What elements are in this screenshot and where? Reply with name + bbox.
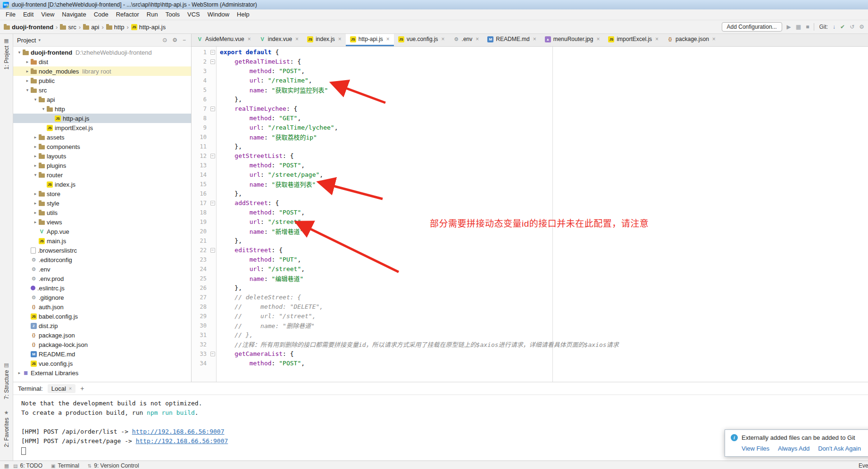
tree-item-auth.json[interactable]: {}auth.json: [13, 302, 191, 312]
breadcrumb-item-http[interactable]: http: [106, 24, 125, 31]
tree-item-components[interactable]: ▸components: [13, 142, 191, 151]
fold-icon[interactable]: [209, 59, 216, 64]
tree-item-utils[interactable]: ▸utils: [13, 208, 191, 217]
tree-item-.gitignore[interactable]: ⚙.gitignore: [13, 293, 191, 302]
statusbar-terminal-button[interactable]: ▣Terminal: [51, 462, 79, 469]
tree-item-README.md[interactable]: MREADME.md: [13, 349, 191, 359]
tree-item-main.js[interactable]: JSmain.js: [13, 236, 191, 246]
tool-window-structure-button[interactable]: ▤ 7: Structure: [3, 362, 10, 399]
event-log-button[interactable]: Event Log: [859, 462, 868, 469]
menu-item-run[interactable]: Run: [143, 9, 162, 20]
tree-item-index.js[interactable]: JSindex.js: [13, 180, 191, 189]
tab-close-icon[interactable]: ×: [533, 36, 536, 42]
menu-item-tools[interactable]: Tools: [162, 9, 184, 20]
menu-item-view[interactable]: View: [37, 9, 58, 20]
breadcrumb-item-duoji-frontend[interactable]: duoji-frontend: [4, 24, 53, 31]
tree-item-.browserslistrc[interactable]: .browserslistrc: [13, 246, 191, 255]
tab-package.json[interactable]: {}package.json×: [663, 34, 720, 46]
tree-toggle-icon[interactable]: ▸: [24, 59, 31, 64]
tree-item-.editorconfig[interactable]: ⚙.editorconfig: [13, 255, 191, 264]
tree-item-style[interactable]: ▸style: [13, 198, 191, 208]
tree-item-views[interactable]: ▸views: [13, 217, 191, 227]
tree-item-package-lock.json[interactable]: {}package-lock.json: [13, 340, 191, 349]
tab-close-icon[interactable]: ×: [712, 36, 716, 42]
tree-toggle-icon[interactable]: ▸: [16, 370, 23, 375]
stop-icon[interactable]: ■: [806, 24, 809, 30]
tab-index.js[interactable]: JSindex.js×: [303, 34, 346, 46]
tab-close-icon[interactable]: ×: [442, 36, 445, 42]
tree-toggle-icon[interactable]: ▾: [32, 97, 39, 102]
tree-item-babel.config.js[interactable]: JSbabel.config.js: [13, 312, 191, 321]
git-update-icon[interactable]: ↓: [833, 24, 835, 30]
tab-README.md[interactable]: MREADME.md×: [483, 34, 540, 46]
fold-icon[interactable]: [209, 153, 216, 158]
terminal-tab-close-icon[interactable]: ×: [69, 386, 72, 391]
tree-item-.eslintrc.js[interactable]: .eslintrc.js: [13, 283, 191, 293]
tab-AsideMenu.vue[interactable]: VAsideMenu.vue×: [192, 34, 255, 46]
new-terminal-session-button[interactable]: +: [80, 385, 84, 392]
tree-item-api[interactable]: ▾api: [13, 95, 191, 104]
tool-window-project-button[interactable]: ▦ 1: Project: [3, 38, 10, 70]
fold-icon[interactable]: [209, 247, 216, 253]
settings-icon[interactable]: ⚙: [859, 24, 864, 30]
hide-panel-icon[interactable]: −: [181, 37, 187, 43]
breadcrumb-item-http-api.js[interactable]: JShttp-api.js: [131, 24, 166, 31]
notification-action-don-t-ask-again[interactable]: Don't Ask Again: [818, 445, 861, 452]
tab-close-icon[interactable]: ×: [338, 36, 342, 42]
git-commit-icon[interactable]: ✔: [840, 24, 845, 30]
tree-toggle-icon[interactable]: ▸: [32, 191, 39, 196]
run-icon[interactable]: ▶: [787, 24, 791, 30]
tab-index.vue[interactable]: Vindex.vue×: [255, 34, 303, 46]
statusbar-todo-button[interactable]: ▤6: TODO: [13, 462, 42, 469]
chevron-down-icon[interactable]: ▾: [38, 38, 41, 42]
terminal-link[interactable]: http://192.168.66.56:9007: [136, 437, 228, 444]
project-panel-title[interactable]: Project: [17, 37, 36, 44]
locate-file-icon[interactable]: ⊙: [161, 37, 168, 43]
fold-icon[interactable]: [209, 200, 216, 206]
menu-item-file[interactable]: File: [2, 9, 19, 20]
tree-toggle-icon[interactable]: ▸: [32, 201, 39, 206]
tree-item-App.vue[interactable]: VApp.vue: [13, 227, 191, 236]
tree-item-.env[interactable]: ⚙.env: [13, 264, 191, 274]
tool-window-switcher-icon[interactable]: ▦: [0, 463, 13, 469]
notification-action-always-add[interactable]: Always Add: [778, 445, 810, 452]
terminal-link[interactable]: http://192.168.66.56:9007: [132, 428, 225, 435]
tree-item-dist[interactable]: ▸dist: [13, 57, 191, 66]
tab-close-icon[interactable]: ×: [295, 36, 299, 42]
tab-vue.config.js[interactable]: JSvue.config.js×: [394, 34, 449, 46]
menu-item-code[interactable]: Code: [90, 9, 112, 20]
breadcrumb-item-src[interactable]: src: [60, 24, 76, 31]
breadcrumb-item-api[interactable]: api: [83, 24, 99, 31]
tree-item-http[interactable]: ▾http: [13, 104, 191, 114]
tree-toggle-icon[interactable]: ▾: [16, 50, 23, 55]
terminal-tab-local[interactable]: Local ×: [48, 384, 76, 393]
menu-item-refactor[interactable]: Refactor: [112, 9, 143, 20]
tree-toggle-icon[interactable]: ▸: [32, 210, 39, 215]
tree-toggle-icon[interactable]: ▸: [32, 154, 39, 158]
menu-item-window[interactable]: Window: [204, 9, 233, 20]
tree-item-layouts[interactable]: ▸layouts: [13, 151, 191, 161]
fold-icon[interactable]: [209, 351, 216, 356]
tree-item-store[interactable]: ▸store: [13, 189, 191, 198]
tree-toggle-icon[interactable]: ▸: [32, 220, 39, 224]
tree-toggle-icon[interactable]: ▸: [24, 78, 31, 83]
history-icon[interactable]: ↺: [850, 24, 854, 30]
tree-toggle-icon[interactable]: ▾: [24, 88, 31, 92]
coverage-icon[interactable]: ▦: [796, 24, 801, 30]
tree-toggle-icon[interactable]: ▸: [32, 144, 39, 149]
tree-item-package.json[interactable]: {}package.json: [13, 330, 191, 340]
tree-item-plugins[interactable]: ▸plugins: [13, 161, 191, 170]
fold-icon[interactable]: [209, 49, 216, 55]
tree-toggle-icon[interactable]: ▾: [40, 107, 47, 111]
notification-action-view-files[interactable]: View Files: [742, 445, 769, 452]
menu-item-navigate[interactable]: Navigate: [58, 9, 90, 20]
tree-item-node_modules[interactable]: ▸node_moduleslibrary root: [13, 66, 191, 76]
panel-settings-icon[interactable]: ⚙: [171, 37, 179, 43]
tab-.env[interactable]: ⚙.env×: [449, 34, 484, 46]
tab-close-icon[interactable]: ×: [476, 36, 479, 42]
menu-item-vcs[interactable]: VCS: [184, 9, 204, 20]
add-configuration-button[interactable]: Add Configuration...: [722, 22, 782, 32]
tree-item-src[interactable]: ▾src: [13, 85, 191, 95]
tree-item-External Libraries[interactable]: ▸≣External Libraries: [13, 368, 191, 378]
tree-item-dist.zip[interactable]: Zdist.zip: [13, 321, 191, 330]
